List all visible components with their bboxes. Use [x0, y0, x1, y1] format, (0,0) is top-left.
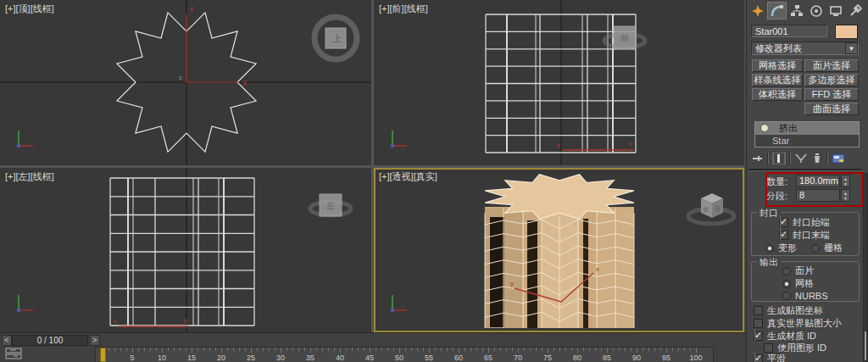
modifier-list-dropdown[interactable]: 修改器列表	[751, 42, 859, 55]
ruler-tick	[589, 348, 590, 351]
mesh-radio[interactable]: 网格	[782, 278, 814, 289]
configure-modifier-sets-icon[interactable]	[832, 153, 847, 164]
patch-select-button[interactable]: 面片选择	[804, 59, 859, 72]
tab-create[interactable]	[748, 2, 767, 19]
viewport-perspective-label[interactable]: [+][透视][真实]	[379, 170, 437, 183]
ruler-label: 50	[395, 354, 403, 362]
extrusion-wireframe-left[interactable]	[110, 178, 254, 326]
vol-select-button[interactable]: 体积选择	[752, 88, 803, 101]
viewcube-perspective[interactable]: 前 右	[688, 193, 734, 224]
panel-scrollbar-thumb[interactable]	[865, 331, 866, 360]
viewport-area: [+][顶][线框] X Y z 上	[0, 0, 744, 332]
checkbox: ✓	[754, 319, 763, 328]
patch-radio[interactable]: 面片	[782, 265, 814, 276]
ruler-label: 25	[247, 354, 255, 362]
prev-frame-button[interactable]: <	[2, 335, 12, 346]
viewport-front-canvas[interactable]: y x 前	[374, 0, 744, 165]
tab-hierarchy[interactable]	[787, 2, 806, 19]
timeline-ruler[interactable]: 0510152025303540455055606570758085909510…	[95, 347, 714, 362]
viewcube-left[interactable]: 左	[310, 194, 351, 216]
segments-field[interactable]: 8	[796, 189, 840, 202]
material-id-check[interactable]: ✓ 生成材质 ID	[754, 331, 816, 342]
ruler-tick	[429, 348, 430, 353]
object-name-field[interactable]: Star001	[751, 25, 827, 37]
show-end-result-icon[interactable]	[772, 153, 786, 164]
tab-display[interactable]	[826, 2, 845, 19]
panel-scrollbar[interactable]	[863, 173, 868, 362]
ruler-tick	[530, 348, 531, 351]
tab-utilities[interactable]	[845, 2, 865, 19]
ruler-tick	[672, 348, 673, 351]
segments-spinner[interactable]: ▲▼	[841, 189, 850, 202]
ruler-tick	[120, 348, 121, 351]
next-frame-button[interactable]: >	[90, 335, 100, 346]
ruler-tick	[423, 348, 424, 351]
dropdown-arrow-icon[interactable]: ▼	[845, 42, 858, 54]
realworld-map-check[interactable]: ✓ 真实世界贴图大小	[754, 318, 842, 329]
ffd-select-button[interactable]: FFD 选择	[804, 88, 859, 101]
modifier-enabled-bulb-icon[interactable]	[760, 124, 769, 132]
ruler-tick	[690, 348, 691, 351]
stack-item-label: 挤出	[779, 123, 798, 133]
viewcube-top[interactable]: 上	[314, 17, 357, 59]
ruler-tick	[257, 348, 258, 351]
nurbs-radio[interactable]: NURBS	[782, 290, 828, 301]
poly-select-button[interactable]: 多边形选择	[804, 74, 859, 86]
viewport-perspective[interactable]: [+][透视][真实] y x	[374, 168, 744, 332]
svg-text:x: x	[596, 265, 599, 273]
ruler-tick	[287, 348, 287, 351]
cap-start-check[interactable]: ✓ 封口始端	[779, 217, 830, 228]
grid-radio[interactable]: 栅格	[811, 242, 843, 253]
ruler-tick	[227, 348, 228, 351]
viewport-top[interactable]: [+][顶][线框] X Y z 上	[0, 0, 371, 165]
mesh-select-button[interactable]: 网格选择	[752, 59, 803, 72]
spinner-down-icon[interactable]: ▼	[843, 196, 848, 201]
make-unique-icon[interactable]	[794, 153, 808, 164]
viewport-left-label[interactable]: [+][左][线框]	[5, 170, 54, 183]
viewport-left[interactable]: [+][左][线框] x y	[0, 168, 371, 332]
surface-select-button[interactable]: 曲面选择	[804, 103, 859, 115]
viewport-front[interactable]: [+][前][线框] y x	[374, 0, 744, 165]
mapping-coords-check[interactable]: ✓ 生成贴图坐标	[754, 305, 823, 316]
pin-stack-icon[interactable]	[750, 153, 764, 164]
ruler-tick	[565, 348, 566, 351]
viewport-front-label[interactable]: [+][前][线框]	[379, 3, 428, 15]
ruler-tick	[607, 348, 608, 353]
object-color-swatch[interactable]	[835, 25, 858, 39]
ruler-tick	[292, 348, 293, 351]
viewport-top-canvas[interactable]: X Y z 上	[0, 0, 371, 165]
viewport-left-canvas[interactable]: x y 左	[0, 168, 371, 332]
morph-radio[interactable]: 变形	[765, 242, 797, 253]
frame-counter[interactable]: 0 / 100	[12, 335, 88, 346]
ruler-label: 95	[662, 354, 670, 362]
cap-end-check[interactable]: ✓ 封口末端	[779, 230, 830, 241]
viewcube-front[interactable]: 前	[604, 26, 645, 48]
mini-curve-editor-icon[interactable]	[5, 348, 24, 359]
stack-item-star[interactable]: Star	[755, 135, 859, 148]
ruler-tick	[435, 348, 436, 351]
ruler-tick	[352, 348, 353, 351]
spline-select-button[interactable]: 样条线选择	[752, 74, 803, 86]
ruler-tick	[162, 348, 163, 353]
remove-modifier-icon[interactable]	[811, 153, 823, 164]
ruler-tick	[340, 348, 341, 353]
ruler-tick	[571, 348, 572, 351]
smooth-check[interactable]: ✓ 平滑	[754, 354, 786, 362]
ruler-tick	[310, 348, 311, 353]
stack-item-extrude[interactable]: 挤出	[755, 122, 859, 135]
ruler-tick	[364, 348, 364, 351]
world-axis-tripod	[391, 295, 407, 312]
ruler-tick	[233, 348, 234, 351]
spinner-down-icon[interactable]: ▼	[843, 181, 848, 187]
viewport-perspective-canvas[interactable]: y x 前 右	[374, 168, 744, 332]
ruler-tick	[144, 348, 145, 351]
amount-field[interactable]: 180.0mm	[796, 175, 840, 187]
amount-spinner[interactable]: ▲▼	[841, 175, 850, 187]
viewport-top-label[interactable]: [+][顶][线框]	[5, 3, 54, 15]
axis-z-label: z	[179, 74, 182, 81]
time-slider[interactable]	[100, 348, 106, 362]
tab-motion[interactable]	[806, 2, 826, 19]
ruler-tick	[488, 348, 489, 353]
tab-modify[interactable]	[767, 2, 787, 19]
extruded-star-object[interactable]	[485, 175, 634, 328]
